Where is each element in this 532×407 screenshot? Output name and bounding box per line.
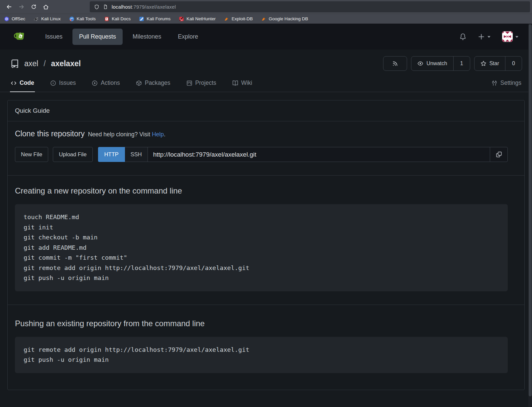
star-label: Star [489,61,499,67]
offsec-icon [4,16,9,22]
bell-icon [459,33,467,40]
nav-item-explore[interactable]: Explore [171,29,205,45]
stars-count[interactable]: 0 [505,57,522,70]
kali-tools-icon [69,16,74,22]
home-icon [43,4,49,10]
gitea-logo[interactable] [13,30,26,43]
kali-docs-icon [104,16,109,22]
repo-name-link[interactable]: axelaxel [51,59,81,68]
bookmark-offsec[interactable]: OffSec [4,16,25,22]
repo-icon [10,59,20,68]
star-button[interactable]: Star 0 [474,56,522,71]
http-button[interactable]: HTTP [98,147,125,162]
bookmark-kali-forums[interactable]: Kali Forums [139,16,170,22]
clone-controls: New File Upload File HTTP SSH [15,147,508,162]
scrollbar-thumb[interactable] [529,24,532,396]
notifications-button[interactable] [459,33,467,40]
new-file-button[interactable]: New File [15,147,48,162]
scrollbar[interactable] [528,24,532,407]
tab-actions[interactable]: Actions [91,75,120,92]
navbar-links: Issues Pull Requests Milestones Explore [39,29,205,45]
rss-button[interactable] [383,56,407,71]
repo-owner-link[interactable]: axel [24,59,38,68]
navbar-right [459,31,519,42]
tools-icon [491,80,497,86]
push-existing-heading: Pushing an existing repository from the … [15,319,508,328]
clone-url-group: HTTP SSH [98,147,508,162]
bookmarks-bar: OffSec Kali Linux Kali Tools Kali Docs K… [0,14,532,24]
nav-item-milestones[interactable]: Milestones [126,29,168,45]
star-icon [480,61,486,67]
browser-toolbar: localhost:7979/axel/axelaxel [0,0,532,14]
clone-heading: Clone this repositoryNeed help cloning? … [15,129,508,138]
clone-url-input[interactable] [148,147,490,162]
project-icon [186,80,192,86]
bookmark-kali-linux[interactable]: Kali Linux [34,16,61,22]
watchers-count[interactable]: 1 [453,57,470,70]
back-icon [6,4,12,10]
push-existing-section: Pushing an existing repository from the … [8,305,524,390]
url-text: localhost:7979/axel/axelaxel [112,4,176,10]
chevron-down-icon [515,35,519,38]
package-icon [136,80,142,86]
play-icon [92,80,98,86]
eye-icon [417,61,423,67]
unwatch-button[interactable]: Unwatch 1 [411,56,470,71]
tab-issues[interactable]: Issues [50,75,77,92]
repo-actions: Unwatch 1 Star 0 [383,56,522,71]
gitea-navbar: Issues Pull Requests Milestones Explore [0,24,532,50]
nav-item-pull-requests[interactable]: Pull Requests [72,29,123,45]
tab-projects[interactable]: Projects [186,75,217,92]
tab-wiki[interactable]: Wiki [232,75,253,92]
tab-packages[interactable]: Packages [135,75,171,92]
reload-button[interactable] [28,2,39,12]
bookmark-exploit-db[interactable]: Exploit-DB [224,16,253,22]
repo-separator: / [44,59,46,68]
url-path: :7979/axel/axelaxel [132,4,176,10]
back-button[interactable] [3,2,15,12]
forward-icon [19,4,24,10]
bookmark-google-hacking-db[interactable]: Google Hacking DB [261,16,308,22]
help-link[interactable]: Help [152,131,164,138]
exploit-db-icon [224,16,229,22]
copy-button[interactable] [490,147,508,162]
kali-linux-icon [34,16,39,22]
tab-settings[interactable]: Settings [491,75,522,92]
rss-icon [392,61,398,67]
nav-item-issues[interactable]: Issues [39,29,69,45]
forward-button[interactable] [16,2,27,12]
home-button[interactable] [40,2,52,12]
bookmark-kali-docs[interactable]: Kali Docs [104,16,131,22]
repo-tabs: Code Issues Actions Packages Projects Wi… [0,75,532,92]
user-menu-button[interactable] [502,31,519,42]
shield-icon[interactable] [94,4,99,10]
quick-guide-title: Quick Guide [8,100,524,121]
code-icon [11,80,17,86]
chevron-down-icon [487,35,491,38]
create-repo-heading: Creating a new repository on the command… [15,186,508,196]
bookmark-kali-nethunter[interactable]: Kali NetHunter [179,16,216,22]
tab-code[interactable]: Code [10,75,35,92]
clone-section: Clone this repositoryNeed help cloning? … [8,121,524,176]
create-new-button[interactable] [478,33,491,40]
upload-file-button[interactable]: Upload File [53,147,92,162]
repo-title: axel / axelaxel [10,59,81,68]
page-info-icon[interactable] [103,4,108,9]
ssh-button[interactable]: SSH [125,147,148,162]
kali-nethunter-icon [179,16,184,22]
url-bar[interactable]: localhost:7979/axel/axelaxel [90,1,530,12]
reload-icon [31,4,37,10]
google-hacking-db-icon [261,16,266,22]
push-existing-code: git remote add origin http://localhost:7… [15,337,508,373]
clone-help-text: Need help cloning? Visit Help. [88,131,165,138]
unwatch-label: Unwatch [426,61,447,67]
url-host: localhost [112,4,132,10]
plus-icon [478,33,485,40]
bookmark-kali-tools[interactable]: Kali Tools [69,16,96,22]
create-repo-code: touch README.md git init git checkout -b… [15,204,508,291]
copy-icon [496,151,502,158]
quick-guide-panel: Quick Guide Clone this repositoryNeed he… [7,100,525,390]
book-icon [232,80,238,86]
gitea-page: Issues Pull Requests Milestones Explore [0,24,532,407]
create-repo-section: Creating a new repository on the command… [8,176,524,305]
